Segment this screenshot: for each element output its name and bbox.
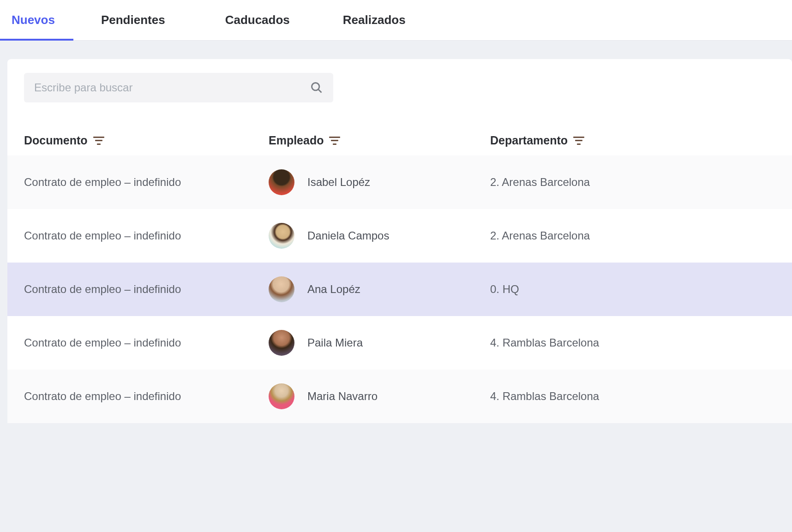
employee-cell: Paila Miera: [269, 330, 490, 356]
search-box[interactable]: [24, 73, 333, 102]
svg-line-1: [318, 90, 322, 93]
column-header-employee[interactable]: Empleado: [269, 134, 490, 147]
document-name: Contrato de empleo – indefinido: [24, 390, 269, 403]
document-name: Contrato de empleo – indefinido: [24, 336, 269, 349]
content-area: Documento Empleado Departamento Contrato…: [0, 41, 792, 423]
tab-pendientes[interactable]: Pendientes: [78, 0, 195, 40]
department-name: 4. Ramblas Barcelona: [490, 390, 775, 403]
tabs-bar: Nuevos Pendientes Caducados Realizados: [0, 0, 792, 41]
document-name: Contrato de empleo – indefinido: [24, 176, 269, 189]
table-header: Documento Empleado Departamento: [7, 126, 792, 155]
column-header-department[interactable]: Departamento: [490, 134, 775, 147]
employee-name: Paila Miera: [307, 336, 363, 349]
employee-name: Maria Navarro: [307, 390, 378, 403]
employee-cell: Isabel Lopéz: [269, 169, 490, 195]
table-body: Contrato de empleo – indefinidoIsabel Lo…: [7, 155, 792, 423]
search-wrap: [7, 73, 792, 126]
employee-name: Isabel Lopéz: [307, 176, 370, 189]
search-icon: [310, 81, 323, 94]
employee-name: Ana Lopéz: [307, 283, 360, 296]
svg-point-0: [312, 83, 319, 90]
avatar: [269, 383, 294, 409]
tab-nuevos[interactable]: Nuevos: [0, 0, 78, 40]
table-row[interactable]: Contrato de empleo – indefinidoPaila Mie…: [7, 316, 792, 370]
table-row[interactable]: Contrato de empleo – indefinidoMaria Nav…: [7, 370, 792, 423]
tab-caducados[interactable]: Caducados: [195, 0, 315, 40]
department-name: 4. Ramblas Barcelona: [490, 336, 775, 349]
avatar: [269, 223, 294, 249]
employee-cell: Daniela Campos: [269, 223, 490, 249]
table-row[interactable]: Contrato de empleo – indefinidoAna Lopéz…: [7, 263, 792, 316]
avatar: [269, 169, 294, 195]
column-label: Documento: [24, 134, 88, 147]
department-name: 0. HQ: [490, 283, 775, 296]
tab-realizados[interactable]: Realizados: [315, 0, 433, 40]
avatar: [269, 276, 294, 302]
column-header-document[interactable]: Documento: [24, 134, 269, 147]
table-row[interactable]: Contrato de empleo – indefinidoIsabel Lo…: [7, 155, 792, 209]
department-name: 2. Arenas Barcelona: [490, 176, 775, 189]
filter-icon: [93, 137, 104, 145]
employee-name: Daniela Campos: [307, 229, 389, 242]
employee-cell: Maria Navarro: [269, 383, 490, 409]
avatar: [269, 330, 294, 356]
column-label: Empleado: [269, 134, 324, 147]
filter-icon: [329, 137, 340, 145]
documents-card: Documento Empleado Departamento Contrato…: [7, 59, 792, 423]
filter-icon: [573, 137, 584, 145]
search-input[interactable]: [34, 81, 310, 94]
column-label: Departamento: [490, 134, 568, 147]
table-row[interactable]: Contrato de empleo – indefinidoDaniela C…: [7, 209, 792, 263]
employee-cell: Ana Lopéz: [269, 276, 490, 302]
department-name: 2. Arenas Barcelona: [490, 229, 775, 242]
document-name: Contrato de empleo – indefinido: [24, 229, 269, 242]
document-name: Contrato de empleo – indefinido: [24, 283, 269, 296]
